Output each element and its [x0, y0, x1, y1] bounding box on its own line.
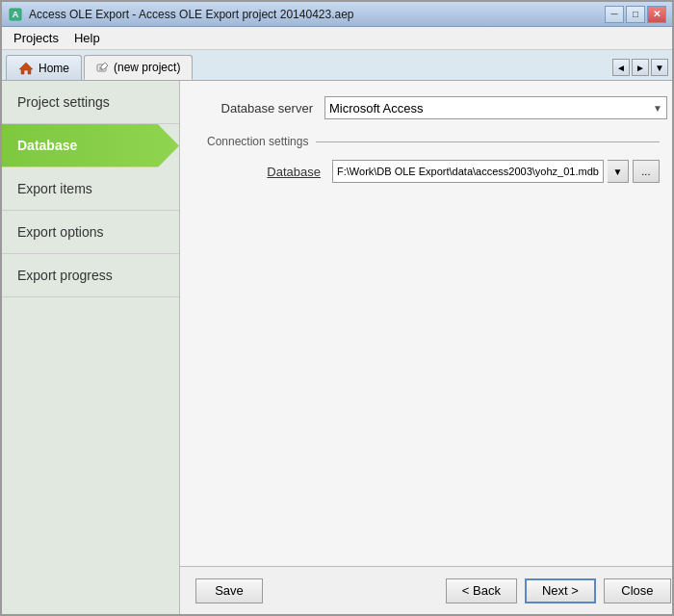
edit-icon — [96, 62, 109, 74]
database-path-display: F:\Work\DB OLE Export\data\access2003\yo… — [332, 160, 604, 183]
svg-text:A: A — [13, 10, 19, 19]
tab-new-project[interactable]: (new project) — [84, 55, 193, 80]
content-panel: Database server Microsoft Access ▼ Conne… — [180, 81, 672, 614]
tab-next-button[interactable]: ► — [632, 59, 649, 76]
tab-home[interactable]: Home — [6, 55, 82, 80]
minimize-button[interactable]: ─ — [605, 6, 624, 23]
save-button[interactable]: Save — [195, 578, 263, 603]
maximize-button[interactable]: □ — [626, 6, 645, 23]
database-path-control: F:\Work\DB OLE Export\data\access2003\yo… — [332, 160, 660, 183]
footer: Save < Back Next > Close — [180, 566, 672, 614]
tab-dropdown-button[interactable]: ▼ — [651, 59, 668, 76]
connection-settings-label: Connection settings — [207, 135, 660, 148]
close-button[interactable]: Close — [604, 578, 671, 603]
tab-new-project-label: (new project) — [114, 61, 180, 74]
tab-home-label: Home — [39, 62, 69, 75]
title-bar: A Access OLE Export - Access OLE Export … — [2, 2, 672, 27]
sidebar-item-export-options[interactable]: Export options — [2, 211, 179, 254]
window-controls: ─ □ ✕ — [605, 6, 666, 23]
menu-help[interactable]: Help — [66, 29, 108, 47]
back-button[interactable]: < Back — [446, 578, 517, 603]
close-window-button[interactable]: ✕ — [647, 6, 666, 23]
window-title: Access OLE Export - Access OLE Export pr… — [29, 8, 605, 21]
sidebar-item-export-items[interactable]: Export items — [2, 167, 179, 211]
database-label: Database — [207, 165, 332, 179]
content-area: Database server Microsoft Access ▼ Conne… — [180, 81, 672, 566]
db-server-label: Database server — [199, 101, 324, 116]
database-row: Database F:\Work\DB OLE Export\data\acce… — [207, 160, 660, 183]
database-dropdown-arrow[interactable]: ▼ — [608, 160, 629, 183]
connection-section: Connection settings Database F:\Work\DB … — [199, 135, 667, 183]
tab-prev-button[interactable]: ◄ — [612, 59, 630, 76]
svg-marker-2 — [19, 63, 33, 74]
menu-bar: Projects Help — [2, 27, 672, 50]
sidebar-item-project-settings[interactable]: Project settings — [2, 81, 179, 124]
tab-navigation: ◄ ► ▼ — [612, 59, 668, 76]
home-icon — [18, 62, 34, 75]
db-server-row: Database server Microsoft Access ▼ — [199, 96, 667, 119]
database-browse-button[interactable]: ... — [633, 160, 660, 183]
sidebar-item-export-progress[interactable]: Export progress — [2, 254, 179, 297]
sidebar-item-database[interactable]: Database — [2, 124, 179, 167]
svg-marker-6 — [101, 63, 108, 69]
sidebar: Project settings Database Export items E… — [2, 81, 180, 614]
tab-bar: Home (new project) ◄ ► ▼ — [2, 50, 672, 81]
next-button[interactable]: Next > — [525, 578, 596, 603]
menu-projects[interactable]: Projects — [6, 29, 66, 47]
app-icon: A — [8, 7, 23, 22]
main-window: A Access OLE Export - Access OLE Export … — [0, 0, 674, 616]
db-server-dropdown[interactable]: Microsoft Access ▼ — [324, 96, 667, 119]
db-server-control: Microsoft Access ▼ — [324, 96, 667, 119]
main-content: Project settings Database Export items E… — [2, 81, 672, 614]
dropdown-arrow-icon: ▼ — [653, 103, 662, 114]
